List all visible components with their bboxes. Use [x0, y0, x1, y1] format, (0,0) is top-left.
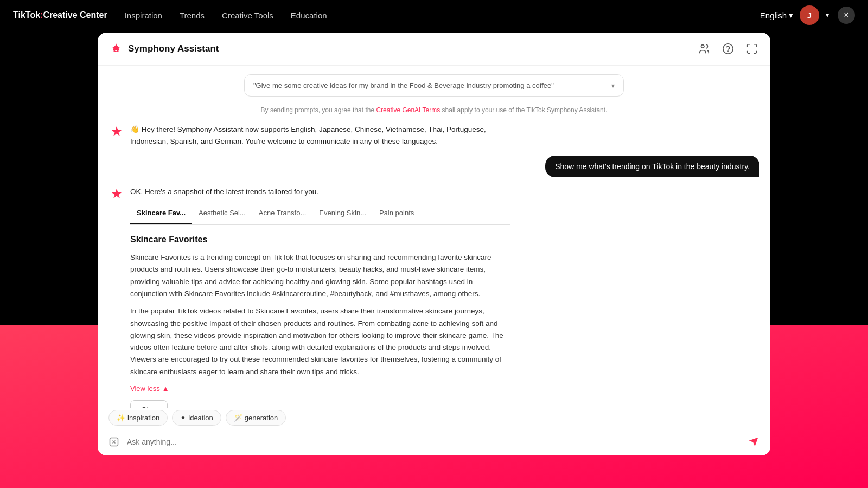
chip-ideation[interactable]: ✦ ideation [172, 410, 221, 426]
help-icon[interactable] [720, 41, 736, 56]
people-icon[interactable] [697, 41, 712, 56]
user-message-row: Show me what's trending on TikTok in the… [108, 156, 760, 177]
modal-header: Symphony Assistant [98, 33, 770, 66]
close-button[interactable]: × [838, 7, 855, 24]
nav-trends[interactable]: Trends [180, 9, 205, 22]
symphony-assistant-modal: Symphony Assistant "Giv [98, 33, 770, 455]
svg-point-2 [723, 44, 733, 54]
input-action-icon[interactable] [106, 434, 122, 450]
genai-terms-link[interactable]: Creative GenAI Terms [376, 106, 440, 114]
topnav-right: English ▾ J ▾ × [760, 5, 855, 25]
symphony-icon [108, 41, 124, 56]
svg-point-1 [701, 45, 705, 48]
tab-pain-points[interactable]: Pain points [373, 204, 420, 224]
chat-area: "Give me some creative ideas for my bran… [98, 66, 770, 408]
chip-generation[interactable]: 🪄 generation [226, 410, 286, 426]
language-label: English [760, 11, 787, 20]
generation-icon: 🪄 [234, 414, 242, 422]
suggestion-chips: ✨ inspiration ✦ ideation 🪄 generation [98, 408, 770, 428]
user-bubble: Show me what's trending on TikTok in the… [545, 156, 760, 177]
send-button[interactable] [745, 434, 762, 450]
tab-aesthetic-sel[interactable]: Aesthetic Sel... [192, 204, 252, 224]
nav-inspiration[interactable]: Inspiration [125, 9, 162, 22]
prompt-chevron-icon: ▾ [611, 82, 615, 89]
assistant-avatar-2 [108, 186, 125, 202]
expand-icon[interactable] [744, 41, 760, 56]
tab-evening-skin[interactable]: Evening Skin... [312, 204, 373, 224]
nav-education[interactable]: Education [291, 9, 327, 22]
trend-tabs: Skincare Fav... Aesthetic Sel... Acne Tr… [130, 204, 510, 225]
disclaimer: By sending prompts, you agree that the C… [108, 105, 760, 115]
user-avatar[interactable]: J [800, 5, 819, 25]
chevron-up-icon: ▲ [162, 383, 169, 395]
language-selector[interactable]: English ▾ [760, 10, 793, 20]
nav-creative-tools[interactable]: Creative Tools [222, 9, 273, 22]
greeting-message-row: 👋 Hey there! Symphony Assistant now supp… [108, 124, 760, 147]
logo-creative-center: Creative Center [43, 10, 107, 20]
nav-links: Inspiration Trends Creative Tools Educat… [125, 9, 760, 22]
logo-tiktok: TikTok [13, 10, 40, 20]
trend-content: Skincare Favorites is a trending concept… [130, 252, 510, 378]
trend-response-row: OK. Here's a snapshot of the latest tren… [108, 186, 760, 408]
trend-intro-text: OK. Here's a snapshot of the latest tren… [130, 186, 510, 198]
header-icons [697, 41, 760, 56]
inspiration-icon: ✨ [117, 414, 125, 422]
svg-point-3 [728, 51, 729, 52]
prompt-collapsed-box[interactable]: "Give me some creative ideas for my bran… [244, 74, 624, 97]
chevron-down-icon: ▾ [789, 10, 793, 20]
tab-acne-transfo[interactable]: Acne Transfo... [252, 204, 312, 224]
trend-paragraph-1: Skincare Favorites is a trending concept… [130, 252, 510, 300]
chat-input[interactable] [127, 438, 740, 446]
ideation-icon: ✦ [180, 414, 186, 422]
logo[interactable]: TikTok:Creative Center [13, 10, 107, 20]
assistant-avatar [108, 124, 125, 140]
modal-title: Symphony Assistant [128, 43, 697, 54]
input-bar [98, 428, 770, 455]
trend-title: Skincare Favorites [130, 233, 510, 247]
prompt-text: "Give me some creative ideas for my bran… [253, 81, 554, 89]
avatar-chevron-icon[interactable]: ▾ [826, 11, 829, 19]
chip-inspiration[interactable]: ✨ inspiration [108, 410, 168, 426]
stop-button[interactable]: Stop [130, 400, 168, 408]
trend-response-bubble: OK. Here's a snapshot of the latest tren… [130, 186, 510, 408]
greeting-bubble: 👋 Hey there! Symphony Assistant now supp… [130, 124, 510, 147]
tab-skincare-favorites[interactable]: Skincare Fav... [130, 204, 192, 224]
view-less-button[interactable]: View less ▲ [130, 383, 510, 395]
top-navigation: TikTok:Creative Center Inspiration Trend… [0, 0, 868, 30]
trend-paragraph-2: In the popular TikTok videos related to … [130, 305, 510, 378]
